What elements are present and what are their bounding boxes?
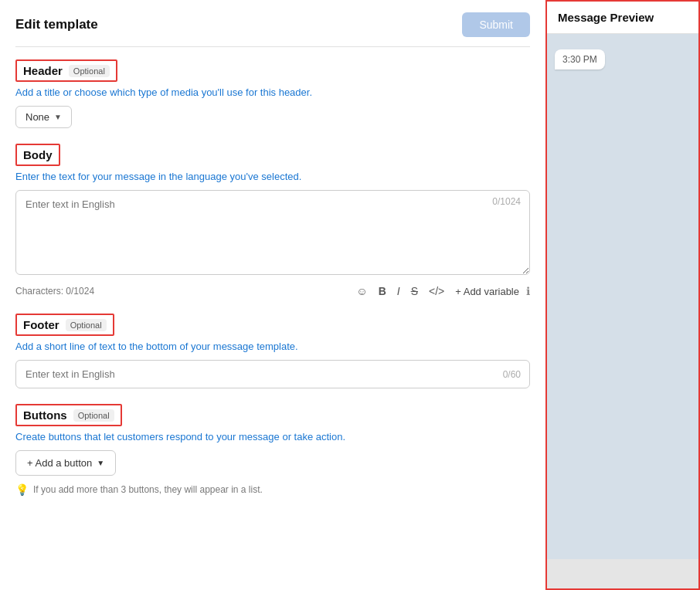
add-button-button[interactable]: + Add a button ▼: [15, 450, 116, 476]
lightbulb-icon: 💡: [15, 483, 29, 496]
add-variable-button[interactable]: + Add variable: [451, 283, 523, 300]
header-divider: [15, 46, 530, 47]
footer-char-count: 0/60: [503, 369, 521, 380]
buttons-section: Buttons Optional Create buttons that let…: [15, 404, 530, 496]
info-icon: ℹ: [526, 285, 530, 297]
strikethrough-button[interactable]: S: [407, 283, 422, 300]
list-note-row: 💡 If you add more than 3 buttons, they w…: [15, 483, 530, 496]
preview-body: 3:30 PM: [547, 34, 698, 559]
bold-button[interactable]: B: [375, 283, 390, 300]
add-variable-label: + Add variable: [455, 286, 519, 297]
header-title-row: Header Optional: [15, 59, 530, 82]
buttons-title-box: Buttons Optional: [15, 404, 122, 426]
italic-icon: I: [397, 285, 400, 297]
header-optional-badge: Optional: [69, 65, 110, 77]
footer-title-box: Footer Optional: [15, 314, 114, 336]
footer-input-wrapper: 0/60: [15, 360, 530, 388]
page-title: Edit template: [15, 17, 98, 32]
buttons-label: Buttons: [23, 409, 67, 422]
footer-optional-badge: Optional: [66, 319, 107, 331]
code-icon: </>: [429, 285, 444, 297]
header-type-dropdown[interactable]: None ▼: [15, 106, 72, 128]
header-dropdown-value: None: [25, 111, 49, 123]
strikethrough-icon: S: [411, 285, 418, 297]
emoji-icon: ☺: [356, 285, 367, 297]
footer-desc: Add a short line of text to the bottom o…: [15, 341, 530, 352]
list-note-text: If you add more than 3 buttons, they wil…: [33, 484, 263, 495]
body-title-box: Body: [15, 144, 60, 166]
buttons-desc: Create buttons that let customers respon…: [15, 431, 530, 442]
body-toolbar: Characters: 0/1024 ☺ B I S </> + Add var…: [15, 283, 530, 300]
body-label: Body: [23, 148, 53, 161]
header-title-box: Header Optional: [15, 59, 117, 82]
left-panel: Edit template Submit Header Optional Add…: [0, 0, 545, 590]
emoji-button[interactable]: ☺: [352, 283, 371, 300]
code-button[interactable]: </>: [425, 283, 448, 300]
preview-time: 3:30 PM: [562, 54, 597, 65]
right-panel: Message Preview 3:30 PM: [545, 0, 700, 590]
add-button-label: + Add a button: [27, 457, 92, 469]
header-section: Header Optional Add a title or choose wh…: [15, 59, 530, 128]
add-button-chevron-icon: ▼: [97, 459, 104, 467]
body-title-row: Body: [15, 144, 530, 166]
preview-message-bubble: 3:30 PM: [555, 49, 605, 70]
page-header: Edit template Submit: [15, 0, 530, 46]
body-desc: Enter the text for your message in the l…: [15, 171, 530, 182]
body-textarea[interactable]: [15, 190, 530, 275]
header-desc: Add a title or choose which type of medi…: [15, 86, 530, 98]
buttons-optional-badge: Optional: [73, 409, 114, 422]
footer-label: Footer: [23, 318, 59, 331]
body-char-count-inside: 0/1024: [492, 196, 521, 207]
submit-button[interactable]: Submit: [462, 12, 530, 37]
italic-button[interactable]: I: [393, 283, 404, 300]
chevron-down-icon: ▼: [54, 113, 62, 121]
body-section: Body Enter the text for your message in …: [15, 144, 530, 300]
footer-title-row: Footer Optional: [15, 314, 530, 336]
buttons-title-row: Buttons Optional: [15, 404, 530, 426]
footer-input[interactable]: [15, 360, 530, 388]
body-textarea-wrapper: 0/1024: [15, 190, 530, 278]
body-char-count-bottom: Characters: 0/1024: [15, 286, 349, 297]
preview-title: Message Preview: [547, 2, 698, 34]
header-label: Header: [23, 64, 63, 77]
bold-icon: B: [379, 285, 386, 297]
footer-section: Footer Optional Add a short line of text…: [15, 314, 530, 388]
